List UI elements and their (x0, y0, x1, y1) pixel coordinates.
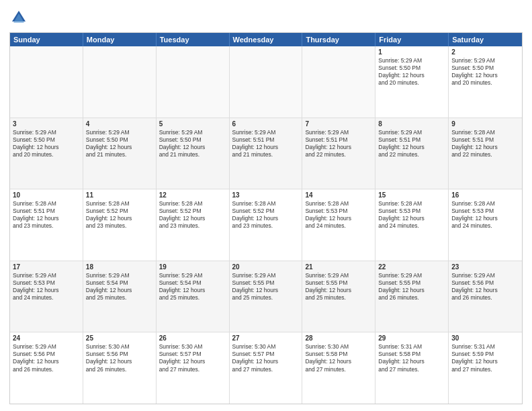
day-number: 1 (378, 48, 445, 56)
calendar-cell: 11Sunrise: 5:28 AM Sunset: 5:52 PM Dayli… (83, 189, 157, 261)
cell-details: Sunrise: 5:28 AM Sunset: 5:52 PM Dayligh… (86, 200, 153, 230)
weekday-header: Sunday (10, 33, 83, 46)
cell-details: Sunrise: 5:30 AM Sunset: 5:57 PM Dayligh… (159, 343, 226, 373)
calendar-cell: 14Sunrise: 5:28 AM Sunset: 5:53 PM Dayli… (302, 189, 375, 261)
day-number: 23 (451, 263, 519, 271)
calendar-cell: 5Sunrise: 5:29 AM Sunset: 5:50 PM Daylig… (157, 118, 230, 189)
day-number: 2 (451, 48, 519, 56)
calendar-cell: 28Sunrise: 5:30 AM Sunset: 5:58 PM Dayli… (302, 332, 375, 404)
calendar-cell: 27Sunrise: 5:30 AM Sunset: 5:57 PM Dayli… (230, 332, 303, 404)
cell-details: Sunrise: 5:29 AM Sunset: 5:56 PM Dayligh… (451, 272, 519, 302)
calendar-row: 10Sunrise: 5:28 AM Sunset: 5:51 PM Dayli… (10, 189, 522, 261)
day-number: 28 (305, 334, 372, 342)
weekday-header: Wednesday (230, 33, 303, 46)
calendar-cell: 30Sunrise: 5:31 AM Sunset: 5:59 PM Dayli… (449, 332, 522, 404)
cell-details: Sunrise: 5:29 AM Sunset: 5:56 PM Dayligh… (13, 343, 80, 373)
cell-details: Sunrise: 5:29 AM Sunset: 5:51 PM Dayligh… (305, 129, 372, 158)
cell-details: Sunrise: 5:29 AM Sunset: 5:50 PM Dayligh… (159, 129, 226, 158)
calendar-cell: 1Sunrise: 5:29 AM Sunset: 5:50 PM Daylig… (375, 46, 449, 118)
page-header (9, 8, 523, 27)
cell-details: Sunrise: 5:31 AM Sunset: 5:59 PM Dayligh… (451, 343, 519, 373)
calendar-body: 1Sunrise: 5:29 AM Sunset: 5:50 PM Daylig… (10, 46, 522, 404)
day-number: 25 (86, 334, 153, 342)
calendar-cell (230, 46, 303, 118)
calendar: SundayMondayTuesdayWednesdayThursdayFrid… (9, 32, 523, 404)
weekday-header: Monday (83, 33, 157, 46)
page: SundayMondayTuesdayWednesdayThursdayFrid… (0, 0, 532, 411)
calendar-cell: 25Sunrise: 5:30 AM Sunset: 5:56 PM Dayli… (83, 332, 157, 404)
day-number: 6 (232, 120, 300, 128)
calendar-cell: 24Sunrise: 5:29 AM Sunset: 5:56 PM Dayli… (10, 332, 83, 404)
day-number: 12 (159, 191, 226, 199)
cell-details: Sunrise: 5:28 AM Sunset: 5:51 PM Dayligh… (451, 129, 519, 158)
calendar-cell: 23Sunrise: 5:29 AM Sunset: 5:56 PM Dayli… (449, 261, 522, 332)
cell-details: Sunrise: 5:30 AM Sunset: 5:58 PM Dayligh… (305, 343, 372, 373)
calendar-cell: 26Sunrise: 5:30 AM Sunset: 5:57 PM Dayli… (157, 332, 230, 404)
cell-details: Sunrise: 5:28 AM Sunset: 5:53 PM Dayligh… (305, 200, 372, 230)
cell-details: Sunrise: 5:29 AM Sunset: 5:54 PM Dayligh… (159, 272, 226, 302)
calendar-row: 1Sunrise: 5:29 AM Sunset: 5:50 PM Daylig… (10, 46, 522, 118)
cell-details: Sunrise: 5:28 AM Sunset: 5:53 PM Dayligh… (451, 200, 519, 230)
cell-details: Sunrise: 5:29 AM Sunset: 5:50 PM Dayligh… (86, 129, 153, 158)
cell-details: Sunrise: 5:29 AM Sunset: 5:55 PM Dayligh… (305, 272, 372, 302)
day-number: 26 (159, 334, 226, 342)
cell-details: Sunrise: 5:29 AM Sunset: 5:50 PM Dayligh… (451, 57, 519, 87)
cell-details: Sunrise: 5:29 AM Sunset: 5:51 PM Dayligh… (378, 129, 445, 158)
calendar-header: SundayMondayTuesdayWednesdayThursdayFrid… (10, 33, 522, 46)
cell-details: Sunrise: 5:31 AM Sunset: 5:58 PM Dayligh… (378, 343, 445, 373)
calendar-cell (157, 46, 230, 118)
cell-details: Sunrise: 5:29 AM Sunset: 5:53 PM Dayligh… (13, 272, 80, 302)
cell-details: Sunrise: 5:29 AM Sunset: 5:55 PM Dayligh… (232, 272, 300, 302)
cell-details: Sunrise: 5:29 AM Sunset: 5:54 PM Dayligh… (86, 272, 153, 302)
day-number: 24 (13, 334, 80, 342)
calendar-row: 17Sunrise: 5:29 AM Sunset: 5:53 PM Dayli… (10, 261, 522, 333)
day-number: 20 (232, 263, 300, 271)
day-number: 16 (451, 191, 519, 199)
calendar-cell: 9Sunrise: 5:28 AM Sunset: 5:51 PM Daylig… (449, 118, 522, 189)
day-number: 18 (86, 263, 153, 271)
calendar-cell: 13Sunrise: 5:28 AM Sunset: 5:52 PM Dayli… (230, 189, 303, 261)
calendar-cell: 3Sunrise: 5:29 AM Sunset: 5:50 PM Daylig… (10, 118, 83, 189)
day-number: 10 (13, 191, 80, 199)
logo-icon (9, 8, 28, 27)
weekday-header: Saturday (449, 33, 522, 46)
calendar-row: 24Sunrise: 5:29 AM Sunset: 5:56 PM Dayli… (10, 332, 522, 404)
day-number: 3 (13, 120, 80, 128)
calendar-cell: 8Sunrise: 5:29 AM Sunset: 5:51 PM Daylig… (375, 118, 449, 189)
calendar-cell: 15Sunrise: 5:28 AM Sunset: 5:53 PM Dayli… (375, 189, 449, 261)
weekday-header: Friday (375, 33, 449, 46)
calendar-cell: 16Sunrise: 5:28 AM Sunset: 5:53 PM Dayli… (449, 189, 522, 261)
calendar-cell: 2Sunrise: 5:29 AM Sunset: 5:50 PM Daylig… (449, 46, 522, 118)
cell-details: Sunrise: 5:28 AM Sunset: 5:51 PM Dayligh… (13, 200, 80, 230)
day-number: 7 (305, 120, 372, 128)
calendar-cell: 22Sunrise: 5:29 AM Sunset: 5:55 PM Dayli… (375, 261, 449, 332)
day-number: 4 (86, 120, 153, 128)
cell-details: Sunrise: 5:30 AM Sunset: 5:57 PM Dayligh… (232, 343, 300, 373)
day-number: 21 (305, 263, 372, 271)
cell-details: Sunrise: 5:29 AM Sunset: 5:55 PM Dayligh… (378, 272, 445, 302)
calendar-cell: 19Sunrise: 5:29 AM Sunset: 5:54 PM Dayli… (157, 261, 230, 332)
day-number: 9 (451, 120, 519, 128)
calendar-cell: 29Sunrise: 5:31 AM Sunset: 5:58 PM Dayli… (375, 332, 449, 404)
logo (9, 8, 31, 27)
day-number: 30 (451, 334, 519, 342)
calendar-cell: 6Sunrise: 5:29 AM Sunset: 5:51 PM Daylig… (230, 118, 303, 189)
day-number: 14 (305, 191, 372, 199)
cell-details: Sunrise: 5:28 AM Sunset: 5:52 PM Dayligh… (159, 200, 226, 230)
cell-details: Sunrise: 5:29 AM Sunset: 5:50 PM Dayligh… (378, 57, 445, 87)
calendar-cell (10, 46, 83, 118)
day-number: 17 (13, 263, 80, 271)
cell-details: Sunrise: 5:28 AM Sunset: 5:53 PM Dayligh… (378, 200, 445, 230)
calendar-cell: 20Sunrise: 5:29 AM Sunset: 5:55 PM Dayli… (230, 261, 303, 332)
calendar-cell (83, 46, 157, 118)
cell-details: Sunrise: 5:29 AM Sunset: 5:51 PM Dayligh… (232, 129, 300, 158)
weekday-header: Thursday (302, 33, 375, 46)
day-number: 11 (86, 191, 153, 199)
calendar-cell: 21Sunrise: 5:29 AM Sunset: 5:55 PM Dayli… (302, 261, 375, 332)
day-number: 19 (159, 263, 226, 271)
day-number: 5 (159, 120, 226, 128)
calendar-cell: 17Sunrise: 5:29 AM Sunset: 5:53 PM Dayli… (10, 261, 83, 332)
day-number: 13 (232, 191, 300, 199)
calendar-row: 3Sunrise: 5:29 AM Sunset: 5:50 PM Daylig… (10, 118, 522, 190)
calendar-cell: 12Sunrise: 5:28 AM Sunset: 5:52 PM Dayli… (157, 189, 230, 261)
